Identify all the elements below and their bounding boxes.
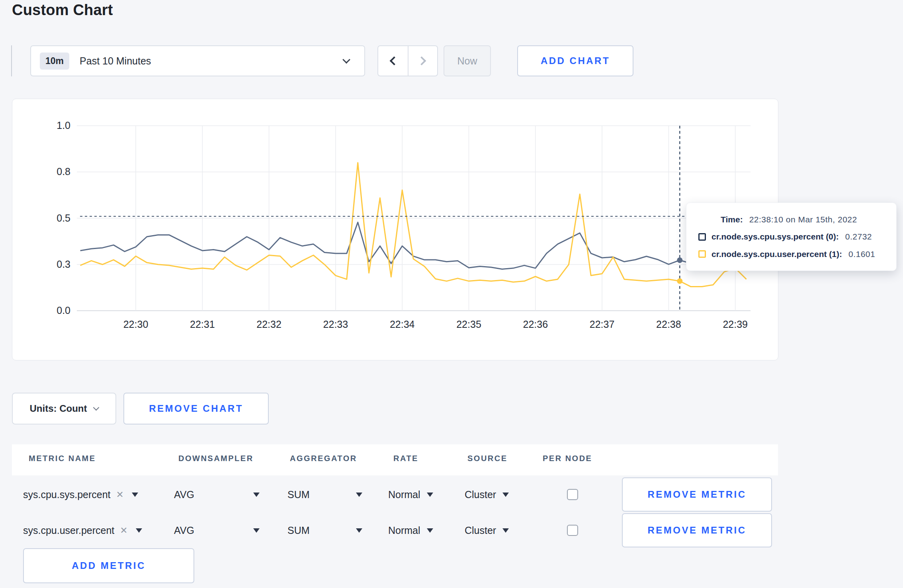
- y-tick-label: 0.8: [35, 166, 70, 177]
- x-tick-label: 22:32: [243, 319, 295, 330]
- source-value: Cluster: [465, 525, 496, 536]
- dropdown-arrow-icon: [356, 528, 362, 533]
- add-chart-button[interactable]: ADD CHART: [517, 45, 633, 76]
- aggregator-value: SUM: [287, 489, 310, 500]
- col-header-metric-name: METRIC NAME: [29, 454, 96, 463]
- metric-name-dropdown[interactable]: sys.cpu.sys.percent ✕: [23, 477, 138, 512]
- per-node-checkbox[interactable]: [567, 525, 578, 536]
- series-line-1: [80, 163, 747, 287]
- tooltip-time-value: 22:38:10 on Mar 15th, 2022: [749, 215, 857, 224]
- aggregator-dropdown[interactable]: SUM: [287, 513, 362, 548]
- downsampler-dropdown[interactable]: AVG: [174, 477, 260, 512]
- remove-metric-button[interactable]: REMOVE METRIC: [622, 513, 772, 547]
- page-title: Custom Chart: [12, 2, 113, 19]
- x-tick-label: 22:30: [110, 319, 162, 330]
- dropdown-arrow-icon: [132, 493, 138, 497]
- tooltip-series-label: cr.node.sys.cpu.sys.percent (0):: [711, 232, 839, 241]
- metric-name-value: sys.cpu.user.percent: [23, 525, 114, 536]
- rate-value: Normal: [388, 489, 420, 500]
- series-swatch-icon: [698, 233, 706, 241]
- x-tick-label: 22:36: [510, 319, 561, 330]
- chevron-down-icon: [342, 56, 350, 64]
- x-tick-label: 22:31: [176, 319, 228, 330]
- rate-dropdown[interactable]: Normal: [388, 477, 433, 512]
- x-tick-label: 22:35: [443, 319, 495, 330]
- x-tick-label: 22:33: [310, 319, 362, 330]
- clear-metric-icon[interactable]: ✕: [120, 525, 127, 536]
- clear-metric-icon[interactable]: ✕: [116, 489, 124, 500]
- dropdown-arrow-icon: [427, 528, 433, 533]
- col-header-rate: RATE: [393, 454, 418, 463]
- dropdown-arrow-icon: [427, 493, 433, 497]
- dropdown-arrow-icon: [253, 493, 260, 497]
- tooltip-series-value: 0.2732: [845, 232, 872, 241]
- time-back-button[interactable]: [378, 46, 408, 76]
- chevron-right-icon: [417, 56, 426, 66]
- dropdown-arrow-icon: [356, 493, 362, 497]
- col-header-source: SOURCE: [467, 454, 508, 463]
- downsampler-value: AVG: [174, 525, 194, 536]
- series-swatch-icon: [698, 250, 706, 258]
- aggregator-value: SUM: [287, 525, 310, 536]
- metric-name-value: sys.cpu.sys.percent: [23, 489, 111, 500]
- aggregator-dropdown[interactable]: SUM: [287, 477, 362, 512]
- rate-value: Normal: [388, 525, 420, 536]
- tooltip-series-value: 0.1601: [848, 249, 875, 259]
- chevron-down-icon: [93, 404, 100, 411]
- y-tick-label: 1.0: [35, 120, 70, 131]
- table-row: sys.cpu.sys.percent ✕ AVG SUM Normal Clu…: [0, 477, 903, 512]
- remove-metric-button[interactable]: REMOVE METRIC: [622, 477, 772, 512]
- dropdown-arrow-icon: [136, 528, 142, 533]
- dropdown-arrow-icon: [502, 528, 509, 533]
- table-row: sys.cpu.user.percent ✕ AVG SUM Normal Cl…: [0, 513, 903, 548]
- hover-point-0: [677, 257, 682, 263]
- source-dropdown[interactable]: Cluster: [465, 477, 509, 512]
- chevron-left-icon: [390, 56, 399, 66]
- source-dropdown[interactable]: Cluster: [465, 513, 509, 548]
- col-header-aggregator: AGGREGATOR: [290, 454, 357, 463]
- col-header-per-node: PER NODE: [543, 454, 592, 463]
- chart-card[interactable]: 0.00.30.50.81.0 22:3022:3122:3222:3322:3…: [12, 99, 778, 360]
- rate-dropdown[interactable]: Normal: [388, 513, 433, 548]
- x-tick-label: 22:38: [643, 319, 694, 330]
- time-pager: [377, 45, 438, 76]
- y-tick-label: 0.0: [35, 305, 70, 316]
- tooltip-time-label: Time:: [721, 215, 743, 224]
- controls-left-divider: [11, 45, 12, 76]
- dropdown-arrow-icon: [253, 528, 260, 533]
- source-value: Cluster: [465, 489, 496, 500]
- time-forward-button[interactable]: [408, 46, 437, 76]
- time-range-dropdown[interactable]: 10m Past 10 Minutes: [30, 45, 365, 76]
- tooltip-series-label: cr.node.sys.cpu.user.percent (1):: [711, 249, 842, 259]
- series-line-0: [80, 222, 747, 269]
- per-node-checkbox[interactable]: [567, 489, 578, 500]
- y-tick-label: 0.3: [35, 259, 70, 270]
- metric-name-dropdown[interactable]: sys.cpu.user.percent ✕: [23, 513, 142, 548]
- x-tick-label: 22:34: [376, 319, 428, 330]
- metrics-table-header: METRIC NAME DOWNSAMPLER AGGREGATOR RATE …: [12, 444, 778, 475]
- tooltip-series-row: cr.node.sys.cpu.user.percent (1): 0.1601: [698, 249, 896, 259]
- downsampler-value: AVG: [174, 489, 194, 500]
- y-tick-label: 0.5: [35, 212, 70, 224]
- hover-point-1: [677, 278, 682, 284]
- units-dropdown[interactable]: Units: Count: [12, 393, 116, 424]
- x-tick-label: 22:39: [710, 319, 761, 330]
- x-tick-label: 22:37: [576, 319, 628, 330]
- chart-hover-tooltip: Time: 22:38:10 on Mar 15th, 2022 cr.node…: [686, 202, 897, 271]
- dropdown-arrow-icon: [502, 493, 509, 497]
- remove-chart-button[interactable]: REMOVE CHART: [123, 393, 269, 424]
- col-header-downsampler: DOWNSAMPLER: [178, 454, 254, 463]
- tooltip-time-row: Time: 22:38:10 on Mar 15th, 2022: [698, 215, 896, 224]
- add-metric-button[interactable]: ADD METRIC: [23, 548, 194, 583]
- tooltip-series-row: cr.node.sys.cpu.sys.percent (0): 0.2732: [698, 232, 896, 241]
- downsampler-dropdown[interactable]: AVG: [174, 513, 260, 548]
- time-range-label: Past 10 Minutes: [80, 55, 151, 67]
- units-label: Units: Count: [30, 403, 87, 414]
- time-range-badge: 10m: [40, 53, 69, 70]
- now-button[interactable]: Now: [444, 45, 491, 76]
